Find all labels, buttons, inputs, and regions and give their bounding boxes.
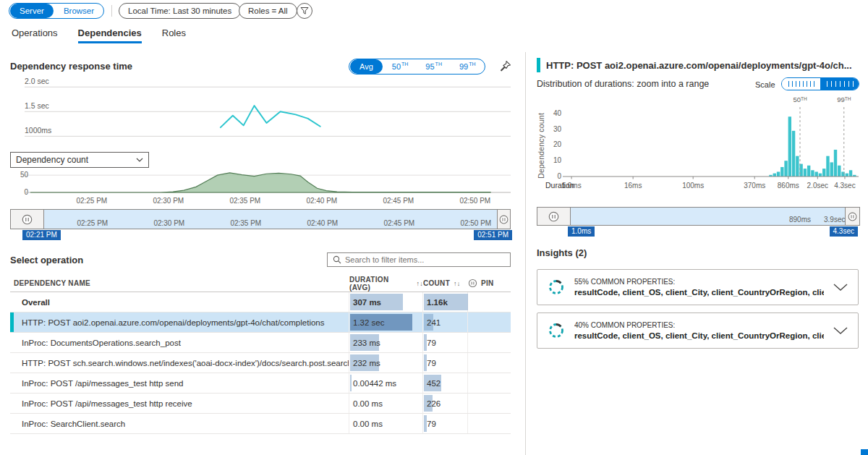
search-input[interactable] [345, 255, 505, 264]
table-row[interactable]: InProc: POST /api/messages_test http rec… [10, 394, 511, 414]
metric-select[interactable]: Dependency count [10, 152, 149, 168]
svg-text:2.0 sec: 2.0 sec [25, 77, 49, 85]
sort-count-icon[interactable]: ↑↓ [454, 280, 461, 287]
dependency-name-cell: InProc: DocumentsOperations.search_post [10, 333, 349, 352]
count-cell: 1.16k [423, 292, 468, 312]
svg-text:1000ms: 1000ms [25, 126, 51, 135]
time-axis-label: 02:30 PM [153, 197, 184, 205]
histogram-plot[interactable]: 40302010050TH99TH1.0ms16ms100ms370ms860m… [545, 94, 860, 192]
stat-option-avg[interactable]: Avg [350, 59, 383, 74]
duration-value: 0.00 ms [349, 414, 422, 433]
duration-value: 0.00 ms [349, 394, 422, 413]
table-body: Overall307 ms1.16kHTTP: POST aoi2.openai… [10, 292, 511, 434]
server-browser-toggle[interactable]: ServerBrowser [9, 3, 104, 19]
tab-roles[interactable]: Roles [162, 27, 186, 43]
count-value: 226 [423, 394, 467, 413]
duration-range-brush[interactable]: 890ms3.9sec 1.0ms 4.3sec [537, 207, 860, 226]
brush-start-badge: 02:21 PM [22, 230, 61, 240]
tab-operations[interactable]: Operations [12, 27, 58, 43]
brush-end-badge: 4.3sec [830, 226, 858, 237]
duration-histogram[interactable]: Dependency count 40302010050TH99TH1.0ms1… [537, 94, 860, 203]
duration-value: 1.32 sec [349, 312, 422, 332]
search-box[interactable] [327, 252, 511, 267]
dependency-name-cell: HTTP: POST sch.search.windows.net/indexe… [10, 353, 349, 373]
scale-label: Scale [755, 80, 775, 89]
svg-text:99TH: 99TH [837, 95, 851, 103]
mode-option-browser[interactable]: Browser [54, 4, 103, 18]
brush-selected-range[interactable] [571, 208, 845, 225]
brush-selected-range[interactable] [44, 210, 497, 229]
chevron-down-icon[interactable] [833, 327, 848, 335]
svg-text:0: 0 [557, 172, 561, 180]
brush-right-handle[interactable] [497, 210, 510, 229]
search-icon [333, 255, 341, 264]
svg-text:0: 0 [24, 188, 28, 195]
pin-cell [468, 333, 511, 352]
unpin-all-icon[interactable] [468, 278, 477, 288]
dependency-name-cell: InProc: SearchClient.search [10, 414, 349, 433]
time-filter-pill[interactable]: Local Time: Last 30 minutes [119, 3, 241, 19]
brush-handle-icon [499, 215, 509, 224]
count-value: 452 [423, 373, 467, 393]
count-value: 79 [423, 414, 467, 433]
table-row[interactable]: InProc: POST /api/messages_test http sen… [10, 373, 511, 394]
percentile-toggle[interactable]: Avg50TH95TH99TH [349, 59, 485, 75]
count-value: 79 [423, 333, 467, 352]
dependency-table: DEPENDENCY NAME DURATION (AVG) ↑↓ COUNT … [10, 275, 511, 434]
table-row[interactable]: HTTP: POST sch.search.windows.net/indexe… [10, 353, 511, 373]
table-row[interactable]: Overall307 ms1.16k [10, 292, 511, 312]
brush-left-handle[interactable] [537, 208, 571, 225]
svg-text:50: 50 [20, 171, 29, 179]
insight-card[interactable]: 55% COMMON PROPERTIES: resultCode, clien… [537, 269, 859, 305]
insights-title: Insights (2) [537, 247, 587, 258]
selected-dependency-name: HTTP: POST aoi2.openai.azure.com/openai/… [546, 60, 852, 71]
insight-ring-icon [548, 322, 565, 339]
table-row[interactable]: InProc: DocumentsOperations.search_post2… [10, 333, 511, 353]
count-cell: 226 [423, 394, 468, 413]
sort-duration-icon[interactable]: ↑↓ [416, 280, 423, 287]
table-row[interactable]: HTTP: POST aoi2.openai.azure.com/openai/… [10, 312, 511, 333]
dependency-name-cell: InProc: POST /api/messages_test http sen… [10, 373, 349, 393]
scale-option-log[interactable] [820, 78, 859, 90]
brush-handle-icon [548, 211, 559, 222]
add-filter-button[interactable] [297, 3, 312, 19]
pin-chart-button[interactable] [499, 60, 511, 72]
svg-text:40: 40 [553, 109, 562, 117]
brush-left-handle[interactable] [11, 210, 44, 229]
feedback-corner-button[interactable] [861, 449, 868, 455]
time-range-brush[interactable]: 02:25 PM02:30 PM02:35 PM02:40 PM02:45 PM… [10, 209, 511, 229]
table-header: DEPENDENCY NAME DURATION (AVG) ↑↓ COUNT … [10, 275, 511, 292]
dependency-count-chart[interactable]: 500 [10, 166, 511, 195]
stat-option-99[interactable]: 99TH [451, 59, 485, 74]
time-axis-label: 02:25 PM [76, 197, 107, 205]
response-time-title: Dependency response time [10, 61, 132, 72]
duration-cell: 0.00442 ms [349, 373, 423, 393]
insight-headline: 55% COMMON PROPERTIES: [574, 278, 824, 286]
response-time-chart[interactable]: 2.0 sec1.5 sec1000ms [10, 77, 511, 149]
brush-end-badge: 02:51 PM [474, 230, 512, 240]
insight-card[interactable]: 40% COMMON PROPERTIES: resultCode, clien… [537, 312, 859, 349]
count-cell: 79 [423, 333, 468, 352]
select-operation-title: Select operation [10, 255, 83, 265]
tab-dependencies[interactable]: Dependencies [78, 27, 142, 43]
col-count[interactable]: COUNT [423, 279, 450, 287]
pushpin-icon [499, 60, 511, 72]
brush-right-handle[interactable] [845, 208, 859, 225]
svg-text:1.5 sec: 1.5 sec [25, 101, 49, 110]
duration-value: 233 ms [349, 333, 422, 352]
toolbar-separator [111, 5, 112, 17]
roles-filter-pill[interactable]: Roles = All [239, 3, 297, 19]
mode-option-server[interactable]: Server [10, 4, 54, 18]
stat-option-95[interactable]: 95TH [417, 59, 451, 74]
time-axis-label: 02:45 PM [383, 197, 414, 205]
stat-option-50[interactable]: 50TH [383, 59, 417, 74]
insight-ring-icon [548, 278, 565, 296]
col-duration[interactable]: DURATION (AVG) [349, 276, 412, 292]
col-dependency-name[interactable]: DEPENDENCY NAME [10, 279, 349, 287]
duration-cell: 307 ms [349, 292, 423, 312]
log-ticks-icon [827, 81, 854, 87]
chevron-down-icon[interactable] [833, 284, 848, 292]
insight-properties: resultCode, client_OS, client_City, clie… [574, 288, 824, 297]
scale-option-linear[interactable] [782, 78, 820, 90]
table-row[interactable]: InProc: SearchClient.search0.00 ms79 [10, 414, 511, 434]
